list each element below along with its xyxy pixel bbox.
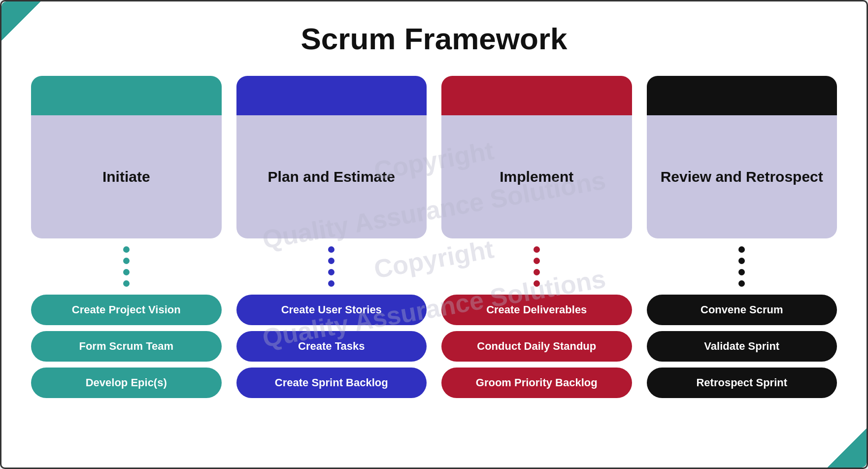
dot-connector-col1 [123,246,130,287]
dot-col2-2 [328,269,334,275]
pill-col2-0: Create User Stories [236,295,427,325]
dot-col1-3 [123,280,130,287]
dot-col2-0 [328,246,334,253]
corner-decoration-br [827,428,867,468]
card-body-col3: Implement [441,115,632,238]
column-col1: InitiateCreate Project VisionForm Scrum … [31,76,222,398]
dot-col4-0 [738,246,745,253]
columns-area: InitiateCreate Project VisionForm Scrum … [31,76,837,448]
card-label-col2: Plan and Estimate [268,168,395,185]
dot-col1-0 [123,246,130,253]
pill-col3-2: Groom Priority Backlog [441,368,632,398]
pill-col1-0: Create Project Vision [31,295,222,325]
pill-col3-0: Create Deliverables [441,295,632,325]
dot-col4-3 [738,280,745,287]
card-header-col4 [647,76,837,115]
dot-col4-1 [738,258,745,264]
card-header-col1 [31,76,222,115]
dot-col3-2 [534,269,540,275]
card-header-col2 [236,76,427,115]
card-header-col3 [441,76,632,115]
dot-connector-col4 [738,246,745,287]
pill-col1-1: Form Scrum Team [31,331,222,362]
pills-area-col4: Convene ScrumValidate SprintRetrospect S… [647,295,837,398]
card-body-col2: Plan and Estimate [236,115,427,238]
card-body-col4: Review and Retrospect [647,115,837,238]
pill-col1-2: Develop Epic(s) [31,368,222,398]
pill-col2-2: Create Sprint Backlog [236,368,427,398]
column-col3: ImplementCreate DeliverablesConduct Dail… [441,76,632,398]
pills-area-col3: Create DeliverablesConduct Daily Standup… [441,295,632,398]
corner-decoration-tl [1,1,41,41]
card-label-col1: Initiate [102,168,150,185]
column-col4: Review and RetrospectConvene ScrumValida… [647,76,837,398]
pill-col4-1: Validate Sprint [647,331,837,362]
top-card-col2: Plan and Estimate [236,76,427,238]
pills-area-col2: Create User StoriesCreate TasksCreate Sp… [236,295,427,398]
pill-col4-0: Convene Scrum [647,295,837,325]
dot-col2-3 [328,280,334,287]
dot-col4-2 [738,269,745,275]
pills-area-col1: Create Project VisionForm Scrum TeamDeve… [31,295,222,398]
top-card-col1: Initiate [31,76,222,238]
dot-col2-1 [328,258,334,264]
card-label-col4: Review and Retrospect [661,168,823,185]
dot-col3-3 [534,280,540,287]
dot-col1-1 [123,258,130,264]
dot-connector-col3 [534,246,540,287]
page-title: Scrum Framework [301,21,568,56]
slide: Copyright Quality Assurance Solutions Co… [0,0,868,469]
pill-col4-2: Retrospect Sprint [647,368,837,398]
top-card-col4: Review and Retrospect [647,76,837,238]
dot-col3-0 [534,246,540,253]
card-body-col1: Initiate [31,115,222,238]
pill-col2-1: Create Tasks [236,331,427,362]
dot-col1-2 [123,269,130,275]
card-label-col3: Implement [500,168,573,185]
pill-col3-1: Conduct Daily Standup [441,331,632,362]
top-card-col3: Implement [441,76,632,238]
column-col2: Plan and EstimateCreate User StoriesCrea… [236,76,427,398]
dot-connector-col2 [328,246,334,287]
dot-col3-1 [534,258,540,264]
